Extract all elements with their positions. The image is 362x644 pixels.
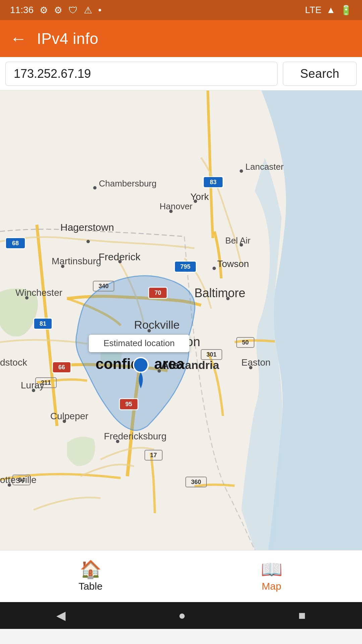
svg-text:Winchester: Winchester <box>15 287 62 298</box>
svg-point-55 <box>61 265 64 268</box>
map-label: Map <box>262 581 281 592</box>
svg-point-36 <box>93 186 97 190</box>
back-system-button[interactable]: ◀ <box>56 608 66 623</box>
svg-text:area: area <box>154 356 185 372</box>
settings-icon: ⚙ <box>40 5 48 16</box>
settings2-icon: ⚙ <box>54 5 62 16</box>
shield-icon: 🛡 <box>68 5 78 16</box>
tab-table[interactable]: 🏠 Table <box>0 550 181 602</box>
page-title: IPv4 info <box>37 30 99 48</box>
warning-icon: ⚠ <box>84 5 92 16</box>
svg-text:17: 17 <box>150 452 157 459</box>
status-right: LTE ▲ 🔋 <box>305 5 352 16</box>
time-display: 11:36 <box>10 5 34 15</box>
svg-text:70: 70 <box>155 289 161 296</box>
svg-text:81: 81 <box>40 320 46 327</box>
back-button[interactable]: ← <box>10 30 27 47</box>
svg-text:795: 795 <box>180 263 190 270</box>
status-bar: 11:36 ⚙ ⚙ 🛡 ⚠ • LTE ▲ 🔋 <box>0 0 362 20</box>
recent-system-button[interactable]: ■ <box>298 608 306 623</box>
svg-text:50: 50 <box>242 339 249 346</box>
app-bar: ← IPv4 info <box>0 20 362 57</box>
svg-text:Hagerstown: Hagerstown <box>60 222 114 233</box>
svg-text:Lancaster: Lancaster <box>245 162 284 172</box>
search-bar: Search <box>0 57 362 91</box>
svg-point-40 <box>240 169 243 173</box>
svg-text:83: 83 <box>210 179 217 185</box>
svg-point-71 <box>249 366 252 369</box>
svg-text:340: 340 <box>99 283 109 289</box>
svg-text:Easton: Easton <box>241 357 270 368</box>
battery-icon: 🔋 <box>340 5 352 16</box>
dot-icon: • <box>98 5 102 15</box>
svg-text:Frederick: Frederick <box>99 251 141 262</box>
svg-text:Chambersburg: Chambersburg <box>99 178 157 189</box>
svg-point-78 <box>133 358 148 372</box>
svg-text:dstock: dstock <box>0 357 27 368</box>
svg-text:Estimated location: Estimated location <box>104 338 175 348</box>
map-icon: 📖 <box>261 560 283 578</box>
svg-point-57 <box>25 296 28 300</box>
svg-point-65 <box>32 389 35 392</box>
svg-point-50 <box>213 267 216 270</box>
svg-point-73 <box>8 483 11 487</box>
map-svg: 68 83 795 340 70 81 66 50 95 211 <box>0 91 362 550</box>
svg-text:68: 68 <box>12 240 19 247</box>
svg-text:ottesville: ottesville <box>0 475 37 485</box>
tab-map[interactable]: 📖 Map <box>181 550 362 602</box>
svg-point-59 <box>147 329 151 332</box>
svg-text:York: York <box>190 192 209 202</box>
svg-text:Baltimore: Baltimore <box>194 286 245 300</box>
svg-text:Towson: Towson <box>217 259 249 269</box>
svg-text:Luray: Luray <box>21 380 44 390</box>
home-icon: 🏠 <box>80 560 102 578</box>
bottom-nav: 🏠 Table 📖 Map <box>0 550 362 602</box>
svg-text:301: 301 <box>206 351 217 358</box>
svg-text:Hanover: Hanover <box>160 201 193 211</box>
svg-text:Bel Air: Bel Air <box>225 235 250 246</box>
lte-label: LTE <box>305 5 321 15</box>
map-container: 68 83 795 340 70 81 66 50 95 211 <box>0 91 362 550</box>
ip-search-input[interactable] <box>5 62 278 86</box>
svg-text:Rockville: Rockville <box>134 318 180 331</box>
svg-text:95: 95 <box>125 401 132 408</box>
signal-icon: ▲ <box>326 5 336 15</box>
system-nav: ◀ ● ■ <box>0 602 362 629</box>
search-button[interactable]: Search <box>283 62 357 86</box>
svg-point-67 <box>63 420 66 423</box>
svg-text:66: 66 <box>58 364 65 371</box>
svg-text:Martinsburg: Martinsburg <box>52 256 101 266</box>
svg-text:Culpeper: Culpeper <box>50 411 88 421</box>
svg-text:360: 360 <box>191 479 201 485</box>
svg-text:Fredericksburg: Fredericksburg <box>104 431 167 441</box>
status-left: 11:36 ⚙ ⚙ 🛡 ⚠ • <box>10 5 102 16</box>
home-system-button[interactable]: ● <box>178 608 186 623</box>
svg-point-69 <box>116 440 119 443</box>
table-label: Table <box>78 581 103 592</box>
svg-point-42 <box>86 240 90 243</box>
